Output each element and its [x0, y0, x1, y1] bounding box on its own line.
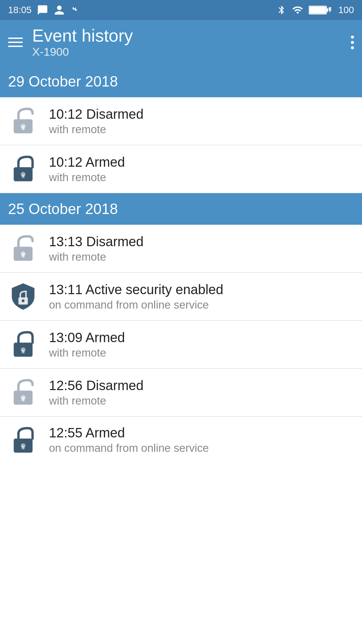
event-content: 10:12 Disarmed with remote [49, 107, 143, 136]
svg-rect-16 [22, 350, 24, 354]
device-name: X-1900 [32, 45, 133, 58]
event-subtitle: with remote [49, 346, 125, 359]
event-title: 12:56 Disarmed [49, 378, 143, 393]
charging-icon [327, 4, 334, 16]
svg-rect-11 [22, 254, 24, 258]
event-subtitle: on command from online service [49, 442, 209, 454]
svg-rect-2 [309, 7, 326, 13]
event-item: 13:11 Active security enabled on command… [0, 273, 362, 321]
event-item: 10:12 Armed with remote [0, 145, 362, 193]
bluetooth-icon [277, 4, 287, 16]
status-time: 18:05 [8, 5, 32, 15]
event-list-1: 13:13 Disarmed with remote 13:11 Active … [0, 225, 362, 459]
lock-closed-icon [8, 329, 38, 360]
shield-lock-icon [8, 281, 38, 312]
lock-open-icon [8, 106, 38, 136]
date-header-1: 25 October 2018 [0, 193, 362, 225]
event-content: 12:55 Armed on command from online servi… [49, 425, 209, 454]
event-content: 13:11 Active security enabled on command… [49, 282, 223, 311]
lock-open-icon [8, 377, 38, 408]
event-list-0: 10:12 Disarmed with remote 10:12 Armed w… [0, 97, 362, 193]
event-subtitle: with remote [49, 394, 143, 407]
status-bar-right: 100 [277, 4, 354, 16]
event-item: 12:56 Disarmed with remote [0, 369, 362, 417]
event-subtitle: on command from online service [49, 299, 223, 311]
event-item: 13:13 Disarmed with remote [0, 225, 362, 273]
event-title: 12:55 Armed [49, 425, 209, 440]
battery-icon [309, 4, 329, 16]
menu-button[interactable] [8, 38, 23, 47]
status-bar-left: 18:05 [8, 4, 80, 16]
event-content: 13:09 Armed with remote [49, 330, 125, 359]
lock-closed-icon [8, 154, 38, 184]
date-label-0: 29 October 2018 [8, 73, 118, 90]
svg-point-13 [22, 300, 24, 302]
date-header-0: 29 October 2018 [0, 66, 362, 97]
event-content: 13:13 Disarmed with remote [49, 234, 143, 263]
person-icon [54, 4, 65, 16]
event-item: 13:09 Armed with remote [0, 321, 362, 369]
wifi-icon [291, 4, 304, 16]
event-item: 10:12 Disarmed with remote [0, 97, 362, 145]
event-title: 13:11 Active security enabled [49, 282, 223, 297]
more-options-button[interactable] [351, 36, 354, 49]
event-item-partial: 12:55 Armed on command from online servi… [0, 417, 362, 459]
event-title: 10:12 Disarmed [49, 107, 143, 122]
event-subtitle: with remote [49, 251, 143, 263]
lock-open-icon [8, 233, 38, 264]
battery-level: 100 [338, 5, 354, 15]
message-icon [37, 4, 48, 16]
event-title: 10:12 Armed [49, 155, 125, 170]
event-subtitle: with remote [49, 123, 143, 136]
header-title-group: Event history X-1900 [32, 26, 133, 58]
event-content: 10:12 Armed with remote [49, 155, 125, 184]
svg-rect-19 [22, 398, 24, 401]
event-subtitle: with remote [49, 171, 125, 184]
event-title: 13:13 Disarmed [49, 234, 143, 249]
status-bar: 18:05 100 [0, 0, 362, 20]
app-header: Event history X-1900 [0, 20, 362, 66]
lock-closed-icon [8, 425, 38, 455]
page-title: Event history [32, 26, 133, 45]
svg-rect-5 [22, 126, 24, 130]
event-title: 13:09 Armed [49, 330, 125, 345]
header-left: Event history X-1900 [8, 26, 133, 58]
event-content: 12:56 Disarmed with remote [49, 378, 143, 407]
svg-rect-22 [22, 446, 24, 449]
usb-icon [70, 4, 80, 16]
svg-rect-8 [22, 174, 24, 178]
date-label-1: 25 October 2018 [8, 201, 118, 217]
